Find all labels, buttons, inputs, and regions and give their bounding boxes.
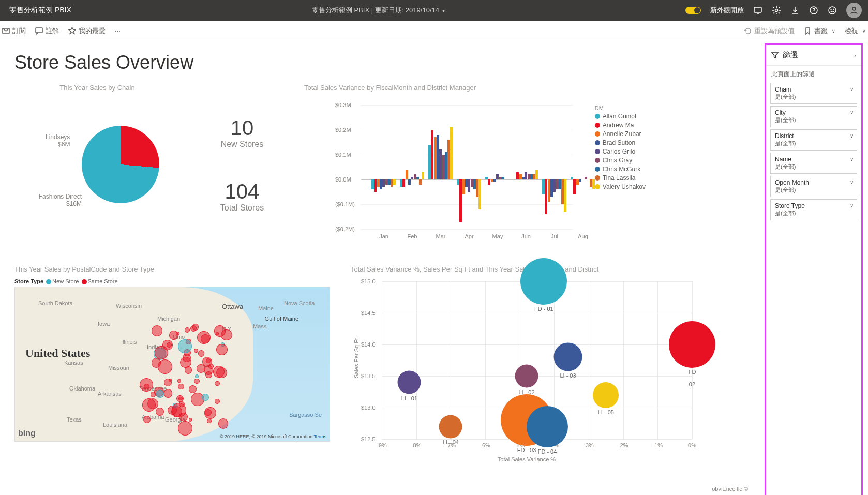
download-icon[interactable] (790, 6, 800, 15)
action-bar: 訂閱 註解 我的最愛 ··· 重設為預設值 書籤∨ 檢視∨ (0, 21, 868, 41)
file-title: 零售分析範例 PBIX (6, 6, 71, 15)
pie-label-lindseys: Lindseys$6M (46, 133, 70, 148)
footer-attribution: obviEnce llc © (712, 486, 748, 492)
svg-point-5 (833, 9, 834, 10)
filter-card-district[interactable]: District是(全部)∨ (770, 129, 857, 151)
page-title: Store Sales Overview (14, 52, 750, 73)
svg-rect-8 (36, 28, 42, 33)
mail-icon (2, 27, 10, 35)
star-icon (68, 27, 76, 35)
scatter-chart[interactable]: -9%-8%-7%-6%-5%-4%-3%-2%-1%0%$12.5$13.0$… (351, 276, 702, 462)
barchart-title: Total Sales Variance by FiscalMonth and … (304, 84, 656, 92)
subscribe-button[interactable]: 訂閱 (2, 26, 26, 36)
gear-icon[interactable] (772, 6, 781, 15)
map-attribution: © 2019 HERE, © 2019 Microsoft Corporatio… (220, 434, 326, 439)
bing-logo: bing (18, 429, 36, 438)
top-bar: 零售分析範例 PBIX 零售分析範例 PBIX | 更新日期: 2019/10/… (0, 0, 868, 21)
filters-pane: 篩選 › 此頁面上的篩選 Chain是(全部)∨City是(全部)∨Distri… (765, 43, 863, 495)
svg-point-1 (775, 9, 778, 12)
scatter-xlabel: Total Sales Variance % (498, 456, 556, 462)
bar-legend: DM Allan GuinotAndrew MaAnnelie ZubarBra… (595, 105, 646, 192)
new-stores-card[interactable]: 10 New Stores (221, 116, 264, 149)
filter-icon (771, 52, 779, 59)
total-stores-card[interactable]: 104 Total Stores (220, 180, 264, 213)
avatar[interactable] (846, 3, 862, 18)
bar-chart[interactable]: $0.3M$0.2M$0.1M$0.0M($0.1M)($0.2M)JanFeb… (304, 95, 578, 245)
comment-icon (35, 27, 43, 35)
map-label-us: United States (25, 347, 90, 360)
filters-header[interactable]: 篩選 › (766, 45, 861, 66)
filter-card-city[interactable]: City是(全部)∨ (770, 106, 857, 127)
reset-button[interactable]: 重設為預設值 (744, 26, 795, 36)
help-icon[interactable] (809, 6, 818, 15)
smiley-icon[interactable] (828, 6, 837, 15)
new-look-toggle[interactable] (685, 7, 701, 14)
bookmarks-button[interactable]: 書籤∨ (804, 26, 835, 36)
user-icon (849, 6, 859, 15)
filter-card-name[interactable]: Name是(全部)∨ (770, 153, 857, 174)
breadcrumb[interactable]: 零售分析範例 PBIX | 更新日期: 2019/10/14▾ (78, 6, 679, 15)
report-canvas: Store Sales Overview This Year Sales by … (0, 41, 765, 495)
bookmark-icon (804, 27, 812, 35)
favorite-button[interactable]: 我的最愛 (68, 26, 106, 36)
new-look-label: 新外觀開啟 (710, 6, 744, 15)
filter-card-open-month[interactable]: Open Month是(全部)∨ (770, 176, 857, 197)
reset-icon (744, 27, 752, 35)
map-legend: Store Type New Store Same Store (14, 278, 335, 284)
svg-rect-0 (754, 7, 761, 12)
map-title: This Year Sales by PostalCode and Store … (14, 265, 335, 273)
comments-button[interactable]: 註解 (35, 26, 59, 36)
chevron-right-icon: › (854, 52, 856, 58)
svg-point-6 (852, 7, 856, 10)
filter-card-chain[interactable]: Chain是(全部)∨ (770, 83, 857, 104)
svg-point-3 (829, 7, 836, 14)
more-button[interactable]: ··· (115, 27, 121, 35)
svg-point-4 (831, 9, 831, 10)
view-button[interactable]: 檢視∨ (845, 26, 866, 36)
filters-section-title: 此頁面上的篩選 (766, 66, 861, 81)
pie-title: This Year Sales by Chain (14, 84, 180, 92)
pie-slice (82, 126, 159, 203)
pie-chart[interactable]: Lindseys$6M Fashions Direct$16M (14, 95, 170, 229)
present-icon[interactable] (753, 6, 762, 15)
scatter-ylabel: Sales Per Sq Ft (353, 338, 360, 378)
map-visual[interactable]: United States South DakotaWisconsinMichi… (14, 287, 330, 442)
filter-card-store-type[interactable]: Store Type是(全部)∨ (770, 199, 857, 220)
pie-label-fashions: Fashions Direct$16M (20, 193, 82, 207)
map-terms-link[interactable]: Terms (314, 434, 327, 439)
